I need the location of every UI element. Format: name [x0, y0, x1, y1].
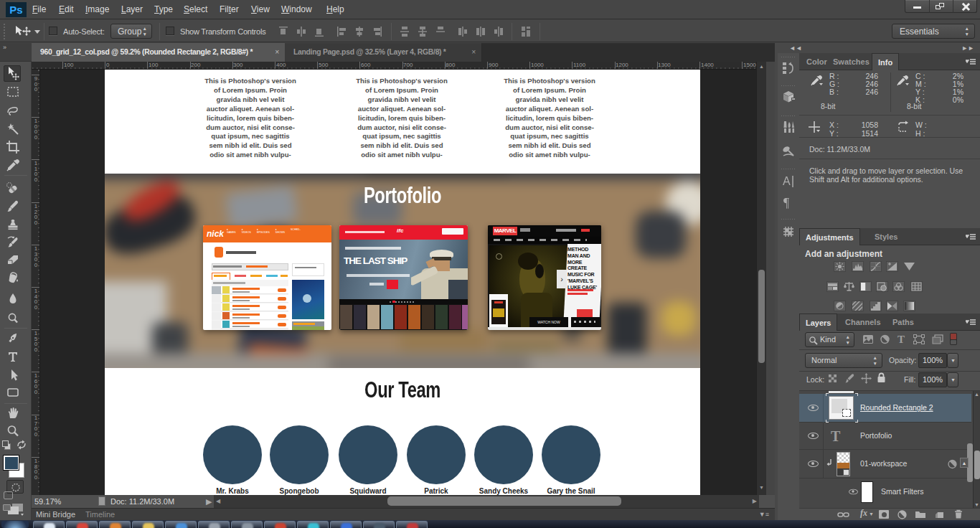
- svg-text:A: A: [783, 175, 791, 187]
- svg-text:¶: ¶: [783, 196, 789, 210]
